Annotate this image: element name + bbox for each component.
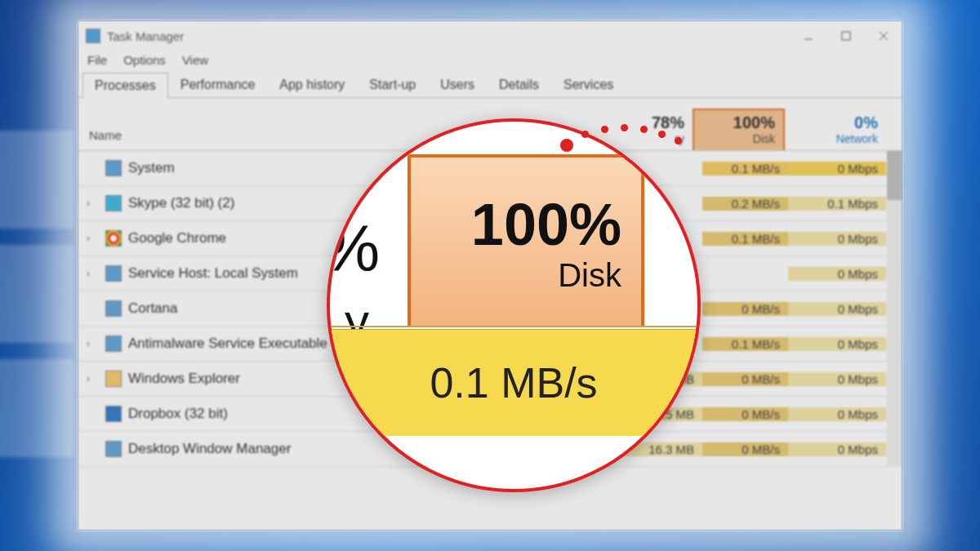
svg-rect-1	[842, 32, 850, 40]
process-icon	[105, 195, 122, 211]
taskmgr-icon	[86, 29, 100, 43]
tab-processes[interactable]: Processes	[82, 73, 168, 98]
scrollbar[interactable]	[887, 151, 902, 467]
minimize-button[interactable]	[790, 22, 827, 50]
zoom-disk-cell: 0.1 MB/s	[330, 329, 697, 436]
tab-startup[interactable]: Start-up	[357, 72, 428, 97]
tab-users[interactable]: Users	[428, 72, 487, 97]
window-title: Task Manager	[107, 29, 184, 43]
process-icon	[105, 300, 122, 317]
menu-file[interactable]: File	[87, 53, 107, 67]
col-memory[interactable]: 78% ry	[604, 110, 693, 150]
scrollbar-thumb[interactable]	[887, 151, 902, 200]
col-disk[interactable]: 100% Disk	[693, 109, 785, 150]
process-icon	[105, 441, 122, 457]
expand-icon[interactable]: ›	[78, 338, 99, 349]
close-button[interactable]	[865, 22, 902, 50]
titlebar[interactable]: Task Manager	[78, 20, 902, 51]
tab-strip: Processes Performance App history Start-…	[78, 72, 902, 98]
zoom-disk-label: Disk	[558, 257, 621, 294]
menu-view[interactable]: View	[182, 53, 208, 67]
process-icon	[105, 230, 122, 247]
menu-options[interactable]: Options	[123, 53, 166, 67]
menu-bar: File Options View	[78, 51, 902, 72]
zoom-disk-header: 100% Disk	[408, 154, 644, 326]
expand-icon[interactable]: ›	[78, 268, 99, 279]
process-icon	[105, 406, 122, 422]
tab-services[interactable]: Services	[551, 72, 626, 97]
tab-performance[interactable]: Performance	[168, 72, 268, 97]
process-icon	[105, 335, 122, 352]
process-icon	[105, 160, 122, 176]
expand-icon[interactable]: ›	[78, 373, 99, 384]
expand-icon[interactable]: ›	[78, 233, 99, 244]
col-network[interactable]: 0% Network	[785, 110, 886, 150]
magnifier-lens: % y 100% Disk 0.1 MB/s	[327, 118, 701, 492]
maximize-button[interactable]	[827, 22, 865, 50]
tab-app-history[interactable]: App history	[267, 72, 357, 97]
expand-icon[interactable]: ›	[78, 198, 99, 209]
tab-details[interactable]: Details	[487, 72, 551, 97]
process-icon	[105, 265, 122, 282]
process-icon	[105, 371, 122, 387]
zoom-disk-pct: 100%	[471, 195, 621, 254]
